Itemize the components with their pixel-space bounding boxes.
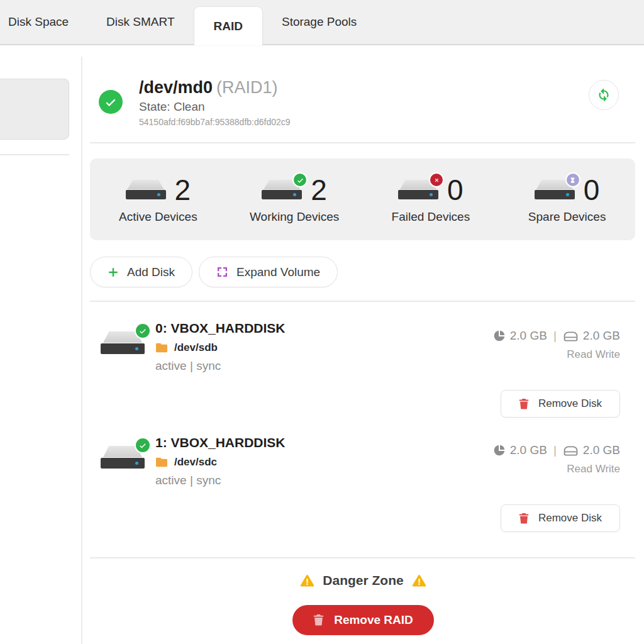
disk-status: active | sync bbox=[155, 359, 459, 373]
warning-icon bbox=[300, 574, 314, 587]
tab-disk-smart[interactable]: Disk SMART bbox=[87, 0, 193, 44]
stat-spare-label: Spare Devices bbox=[528, 210, 606, 224]
refresh-button[interactable] bbox=[589, 80, 619, 110]
disk-row-0: 0: VBOX_HARDDISK /dev/sdb active | sync … bbox=[90, 319, 635, 418]
disk-0-icon-col bbox=[90, 319, 155, 418]
sidebar-selected-item[interactable] bbox=[0, 79, 69, 140]
pie-chart-icon bbox=[493, 330, 506, 342]
raid-stats-box: 2 Active Devices 2 Working Devices bbox=[90, 158, 635, 240]
expand-icon bbox=[216, 266, 228, 278]
cross-badge-icon bbox=[429, 172, 444, 187]
raid-header: /dev/md0(RAID1) State: Clean 54150afd:f6… bbox=[90, 45, 635, 142]
stat-active-label: Active Devices bbox=[119, 210, 197, 224]
stat-working-top: 2 bbox=[262, 175, 327, 204]
danger-zone-title-row: Danger Zone bbox=[300, 573, 426, 588]
disk-path: /dev/sdb bbox=[174, 341, 218, 354]
remove-raid-label: Remove RAID bbox=[334, 613, 413, 627]
stat-active-devices: 2 Active Devices bbox=[90, 158, 226, 240]
drive-icon bbox=[563, 330, 579, 342]
hourglass-badge-icon bbox=[565, 172, 580, 187]
folder-icon bbox=[155, 457, 168, 467]
disk-total: 2.0 GB bbox=[583, 329, 620, 343]
stat-spare-value: 0 bbox=[584, 175, 600, 204]
disk-1-icon-col bbox=[90, 433, 155, 532]
disk-status: active | sync bbox=[155, 474, 459, 487]
disk-total: 2.0 GB bbox=[583, 443, 620, 457]
disk-title: 1: VBOX_HARDDISK bbox=[155, 435, 459, 450]
hard-disk-icon bbox=[126, 180, 166, 199]
raid-actions-row: Add Disk Expand Volume bbox=[90, 257, 635, 287]
disk-size-line: 2.0 GB | 2.0 GB bbox=[459, 329, 620, 343]
danger-zone: Danger Zone Remove RAID bbox=[82, 573, 644, 635]
raid-detail-panel: /dev/md0(RAID1) State: Clean 54150afd:f6… bbox=[82, 45, 644, 644]
check-badge-icon bbox=[292, 172, 308, 187]
tab-bar: Disk Space Disk SMART RAID Storage Pools bbox=[0, 0, 644, 45]
hard-disk-spare-icon bbox=[535, 180, 575, 199]
disk-1-info: 1: VBOX_HARDDISK /dev/sdc active | sync bbox=[155, 433, 459, 532]
size-separator: | bbox=[553, 443, 557, 457]
danger-zone-label: Danger Zone bbox=[323, 573, 403, 588]
disk-title: 0: VBOX_HARDDISK bbox=[155, 321, 459, 336]
stat-failed-top: 0 bbox=[398, 175, 464, 204]
remove-disk-label: Remove Disk bbox=[538, 512, 602, 525]
stat-working-devices: 2 Working Devices bbox=[226, 158, 363, 240]
disk-used: 2.0 GB bbox=[510, 329, 547, 343]
raid-device-title: /dev/md0(RAID1) bbox=[139, 78, 291, 97]
hard-disk-check-icon bbox=[262, 180, 302, 199]
disk-mode: Read Write bbox=[459, 463, 620, 475]
expand-volume-button[interactable]: Expand Volume bbox=[199, 257, 338, 287]
raid-level: (RAID1) bbox=[216, 78, 278, 97]
raid-state-text: State: Clean bbox=[139, 100, 291, 114]
pie-chart-icon bbox=[493, 444, 506, 457]
plus-icon bbox=[108, 267, 119, 278]
expand-volume-label: Expand Volume bbox=[236, 265, 320, 279]
disk-size-line: 2.0 GB | 2.0 GB bbox=[459, 443, 620, 457]
drive-icon bbox=[563, 445, 579, 457]
stat-failed-value: 0 bbox=[447, 175, 464, 204]
remove-disk-button-0[interactable]: Remove Disk bbox=[501, 390, 620, 418]
stat-active-value: 2 bbox=[175, 175, 191, 204]
stat-failed-devices: 0 Failed Devices bbox=[363, 158, 499, 240]
raid-list-sidebar bbox=[0, 47, 82, 644]
stat-working-value: 2 bbox=[311, 175, 327, 204]
folder-icon bbox=[155, 343, 168, 353]
remove-raid-button[interactable]: Remove RAID bbox=[292, 605, 434, 635]
sidebar-divider bbox=[0, 154, 69, 155]
raid-uuid: 54150afd:f69bb7af:95388dfb:d6fd02c9 bbox=[139, 117, 291, 127]
disk-0-info: 0: VBOX_HARDDISK /dev/sdb active | sync bbox=[155, 319, 459, 418]
add-disk-button[interactable]: Add Disk bbox=[90, 257, 192, 287]
stat-spare-top: 0 bbox=[535, 175, 600, 204]
disk-used: 2.0 GB bbox=[510, 443, 547, 457]
stat-spare-devices: 0 Spare Devices bbox=[499, 158, 635, 240]
check-badge-icon bbox=[135, 323, 151, 339]
disk-path-row: /dev/sdb bbox=[155, 341, 459, 354]
check-badge-icon bbox=[135, 437, 151, 453]
tab-raid[interactable]: RAID bbox=[194, 6, 263, 45]
danger-button-row: Remove RAID bbox=[82, 605, 644, 635]
remove-disk-button-1[interactable]: Remove Disk bbox=[501, 504, 620, 532]
disk-mode: Read Write bbox=[459, 348, 620, 361]
trash-icon bbox=[313, 614, 324, 626]
tab-storage-pools[interactable]: Storage Pools bbox=[263, 0, 375, 44]
warning-icon bbox=[412, 574, 426, 587]
hard-disk-cross-icon bbox=[398, 180, 438, 199]
disk-row-1: 1: VBOX_HARDDISK /dev/sdc active | sync … bbox=[90, 433, 635, 532]
stat-working-label: Working Devices bbox=[250, 210, 339, 224]
hard-disk-check-icon bbox=[101, 446, 145, 532]
stat-active-top: 2 bbox=[126, 175, 191, 204]
raid-device-name: /dev/md0 bbox=[139, 78, 213, 97]
remove-disk-label: Remove Disk bbox=[538, 397, 602, 410]
tab-disk-space[interactable]: Disk Space bbox=[0, 0, 87, 44]
raid-state-ok-icon bbox=[99, 90, 123, 114]
raid-header-text: /dev/md0(RAID1) State: Clean 54150afd:f6… bbox=[139, 78, 291, 127]
size-separator: | bbox=[553, 329, 557, 343]
add-disk-label: Add Disk bbox=[127, 265, 175, 279]
disk-path: /dev/sdc bbox=[174, 456, 217, 469]
refresh-icon bbox=[596, 87, 612, 103]
disk-0-right: 2.0 GB | 2.0 GB Read Write Remove Disk bbox=[459, 319, 635, 418]
disk-path-row: /dev/sdc bbox=[155, 456, 459, 469]
trash-icon bbox=[519, 513, 529, 524]
stat-failed-label: Failed Devices bbox=[392, 210, 470, 224]
danger-divider bbox=[90, 557, 635, 558]
actions-divider bbox=[90, 301, 635, 302]
